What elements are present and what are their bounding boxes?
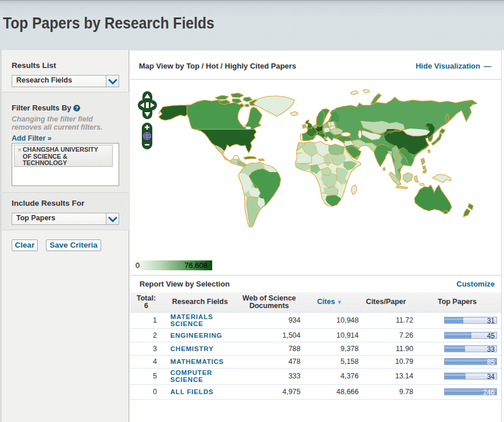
svg-text:76,608: 76,608 <box>184 261 208 270</box>
svg-text:?: ? <box>75 105 78 111</box>
svg-text:0: 0 <box>135 261 140 270</box>
